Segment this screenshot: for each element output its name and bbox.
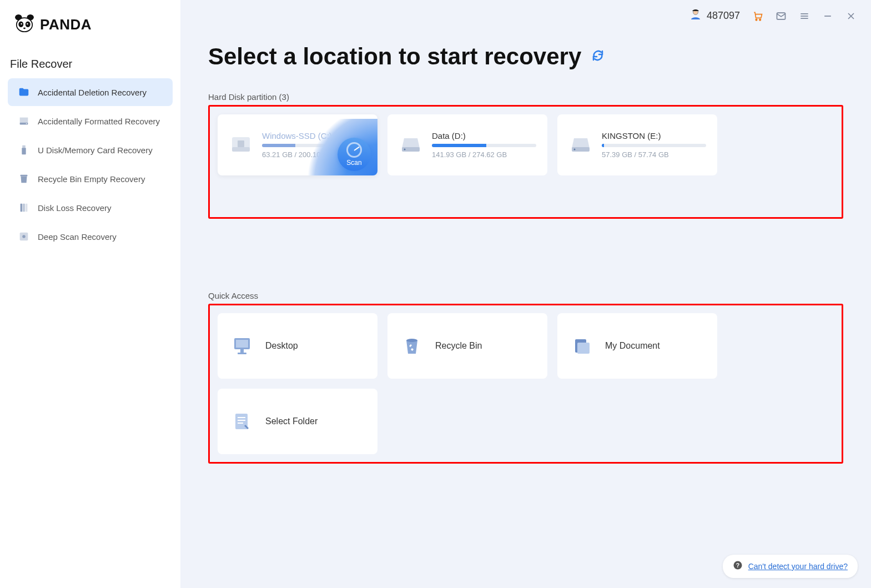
drive-icon bbox=[229, 133, 253, 157]
main-area: 487097 Select a location to start recove… bbox=[180, 0, 871, 588]
scan-button[interactable]: Scan bbox=[338, 138, 371, 171]
svg-rect-11 bbox=[22, 148, 26, 154]
sidebar-item-label: Accidentally Formatted Recovery bbox=[38, 117, 160, 126]
svg-rect-38 bbox=[240, 349, 244, 353]
svg-rect-12 bbox=[21, 175, 28, 177]
hdd-icon bbox=[18, 115, 30, 127]
sidebar-item-udisk[interactable]: U Disk/Memory Card Recovery bbox=[8, 136, 173, 164]
recycle-bin-icon bbox=[401, 335, 423, 357]
menu-icon[interactable] bbox=[799, 11, 810, 22]
sidebar-item-label: Recycle Bin Empty Recovery bbox=[38, 174, 145, 184]
drive-icon bbox=[568, 133, 593, 157]
help-pill[interactable]: ? Can't detect your hard drive? bbox=[723, 555, 858, 578]
sidebar-item-label: U Disk/Memory Card Recovery bbox=[38, 145, 153, 155]
help-link[interactable]: Can't detect your hard drive? bbox=[748, 562, 848, 571]
mail-icon[interactable] bbox=[776, 11, 787, 22]
quick-access-recycle-bin[interactable]: Recycle Bin bbox=[387, 313, 547, 379]
partition-name: Data (D:) bbox=[432, 131, 536, 140]
partition-cards: Windows-SSD (C:) 63.21 GB / 200.10 GB Sc… bbox=[218, 114, 834, 175]
usage-bar bbox=[602, 144, 706, 147]
sidebar-item-formatted[interactable]: Accidentally Formatted Recovery bbox=[8, 107, 173, 135]
refresh-icon[interactable] bbox=[591, 49, 605, 64]
svg-point-4 bbox=[26, 21, 31, 27]
svg-point-17 bbox=[22, 235, 26, 238]
quick-access-my-document[interactable]: My Document bbox=[557, 313, 717, 379]
svg-rect-10 bbox=[22, 145, 26, 148]
scan-icon bbox=[18, 230, 30, 243]
user-badge[interactable]: 487097 bbox=[689, 8, 740, 24]
svg-rect-13 bbox=[21, 204, 23, 212]
titlebar: 487097 bbox=[689, 8, 857, 24]
trash-icon bbox=[18, 173, 30, 185]
disk-icon bbox=[18, 202, 30, 214]
quick-access-select-folder[interactable]: Select Folder bbox=[218, 389, 377, 454]
folder-icon bbox=[18, 86, 30, 98]
svg-rect-30 bbox=[232, 147, 250, 152]
svg-point-21 bbox=[759, 19, 761, 20]
sidebar-item-label: Deep Scan Recovery bbox=[38, 232, 117, 242]
svg-rect-39 bbox=[238, 353, 246, 354]
svg-point-40 bbox=[406, 339, 417, 342]
help-icon: ? bbox=[733, 560, 743, 572]
select-folder-icon bbox=[231, 410, 253, 433]
quick-access-cards: Desktop Recycle Bin My Document bbox=[218, 313, 834, 454]
sidebar-item-accidental-deletion[interactable]: Accidental Deletion Recovery bbox=[8, 78, 173, 106]
partition-card-d[interactable]: Data (D:) 141.93 GB / 274.62 GB bbox=[387, 114, 547, 175]
sidebar: PANDA File Recover Accidental Deletion R… bbox=[0, 0, 180, 588]
quick-access-desktop[interactable]: Desktop bbox=[218, 313, 377, 379]
svg-rect-14 bbox=[23, 204, 25, 212]
quick-access-item-label: Desktop bbox=[265, 341, 298, 351]
panda-icon bbox=[14, 14, 34, 34]
sidebar-item-label: Accidental Deletion Recovery bbox=[38, 88, 147, 97]
svg-point-3 bbox=[18, 21, 23, 27]
quick-access-item-label: Recycle Bin bbox=[435, 341, 482, 351]
svg-point-20 bbox=[756, 19, 757, 20]
svg-point-9 bbox=[26, 123, 27, 124]
quick-access-highlight-box: Desktop Recycle Bin My Document bbox=[208, 304, 843, 464]
svg-rect-37 bbox=[236, 340, 248, 348]
usb-icon bbox=[18, 144, 30, 156]
partition-size: 57.39 GB / 57.74 GB bbox=[602, 150, 706, 159]
partition-card-e[interactable]: KINGSTON (E:) 57.39 GB / 57.74 GB bbox=[557, 114, 717, 175]
svg-rect-15 bbox=[26, 204, 28, 212]
quick-access-item-label: Select Folder bbox=[265, 416, 318, 426]
partition-name: KINGSTON (E:) bbox=[602, 131, 706, 140]
sidebar-item-deep-scan[interactable]: Deep Scan Recovery bbox=[8, 223, 173, 250]
document-icon bbox=[571, 335, 593, 357]
close-icon[interactable] bbox=[845, 11, 857, 22]
partition-section-label: Hard Disk partition (3) bbox=[208, 92, 843, 102]
minimize-icon[interactable] bbox=[822, 11, 833, 22]
brand-text: PANDA bbox=[40, 16, 92, 33]
sidebar-section-title: File Recover bbox=[0, 46, 180, 78]
partition-size: 141.93 GB / 274.62 GB bbox=[432, 150, 536, 159]
drive-icon bbox=[399, 133, 423, 157]
svg-point-6 bbox=[27, 23, 28, 24]
cart-icon[interactable] bbox=[752, 11, 763, 22]
sidebar-item-disk-loss[interactable]: Disk Loss Recovery bbox=[8, 194, 173, 222]
sidebar-item-recycle-bin[interactable]: Recycle Bin Empty Recovery bbox=[8, 165, 173, 193]
page-title: Select a location to start recovery bbox=[208, 43, 581, 70]
svg-rect-44 bbox=[238, 417, 245, 418]
partition-card-c[interactable]: Windows-SSD (C:) 63.21 GB / 200.10 GB Sc… bbox=[218, 114, 377, 175]
svg-point-35 bbox=[574, 149, 576, 150]
sidebar-nav: Accidental Deletion Recovery Accidentall… bbox=[0, 78, 180, 250]
scan-label: Scan bbox=[346, 159, 361, 167]
quick-access-label: Quick Access bbox=[208, 291, 843, 300]
svg-rect-46 bbox=[238, 423, 243, 424]
svg-rect-31 bbox=[238, 140, 244, 147]
svg-rect-45 bbox=[238, 420, 245, 421]
partition-highlight-box: Windows-SSD (C:) 63.21 GB / 200.10 GB Sc… bbox=[208, 105, 843, 219]
desktop-icon bbox=[231, 335, 253, 357]
brand-logo: PANDA bbox=[0, 10, 180, 46]
svg-rect-42 bbox=[577, 343, 590, 354]
avatar-icon bbox=[689, 8, 702, 24]
svg-point-7 bbox=[23, 28, 26, 29]
sidebar-item-label: Disk Loss Recovery bbox=[38, 203, 112, 213]
svg-point-33 bbox=[404, 149, 406, 150]
user-id: 487097 bbox=[707, 10, 740, 22]
usage-bar bbox=[432, 144, 536, 147]
svg-point-5 bbox=[21, 23, 22, 24]
quick-access-item-label: My Document bbox=[605, 341, 660, 351]
svg-text:?: ? bbox=[736, 562, 739, 569]
